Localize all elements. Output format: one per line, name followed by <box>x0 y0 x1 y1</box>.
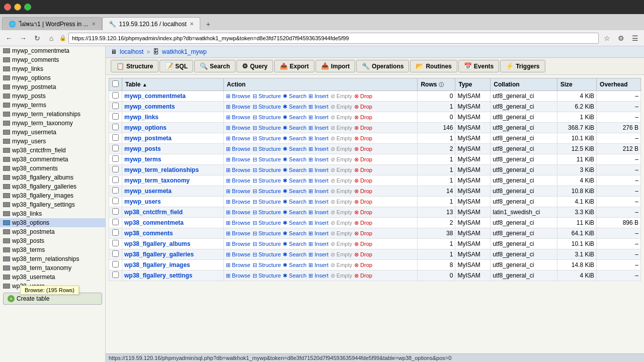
row-checkbox[interactable] <box>112 92 119 99</box>
action-drop-mywp_term_taxonomy[interactable]: ⊗ Drop <box>354 177 372 184</box>
action-structure-mywp_commentmeta[interactable]: ⊟ Structure <box>253 93 281 100</box>
action-insert-mywp_comments[interactable]: ⊞ Insert <box>308 104 329 110</box>
minimize-btn[interactable] <box>14 4 21 11</box>
table-name-link[interactable]: mywp_term_relationships <box>124 166 199 173</box>
action-empty-mywp_posts[interactable]: ⊘ Empty <box>331 146 352 152</box>
table-name-link[interactable]: mywp_term_taxonomy <box>124 177 190 184</box>
row-checkbox[interactable] <box>112 113 119 120</box>
tab-query[interactable]: ⚙Query <box>236 60 273 72</box>
sidebar-item-wp38_term_relationships[interactable]: wp38_term_relationships <box>0 254 105 263</box>
action-structure-mywp_comments[interactable]: ⊟ Structure <box>253 104 281 110</box>
row-checkbox[interactable] <box>112 261 119 267</box>
tab-phpmyadmin[interactable]: 🔧 119.59.120.16 / localhost ✕ <box>102 17 200 30</box>
action-drop-mywp_usermeta[interactable]: ⊗ Drop <box>354 188 372 195</box>
action-empty-mywp_links[interactable]: ⊘ Empty <box>331 114 352 121</box>
row-checkbox[interactable] <box>112 166 119 172</box>
action-browse-wp38_cntctfrm_field[interactable]: ⊞ Browse <box>226 209 251 216</box>
action-browse-mywp_postmeta[interactable]: ⊞ Browse <box>226 135 251 142</box>
action-drop-wp38_flgallery_albums[interactable]: ⊗ Drop <box>354 241 372 247</box>
action-search-mywp_terms[interactable]: ✱ Search <box>283 156 306 163</box>
action-browse-mywp_terms[interactable]: ⊞ Browse <box>226 156 251 163</box>
table-name-link[interactable]: wp38_flgallery_albums <box>124 240 190 247</box>
action-search-mywp_comments[interactable]: ✱ Search <box>283 104 306 110</box>
action-insert-wp38_flgallery_images[interactable]: ⊞ Insert <box>308 262 329 268</box>
sidebar-item-wp38_cntctfrm_field[interactable]: wp38_cntctfrm_field <box>0 146 105 155</box>
action-empty-wp38_flgallery_images[interactable]: ⊘ Empty <box>331 262 352 268</box>
table-name-link[interactable]: wp38_cntctfrm_field <box>124 209 183 216</box>
bookmark-button[interactable]: ☆ <box>601 32 613 44</box>
new-tab-button[interactable]: + <box>202 18 214 30</box>
action-empty-mywp_terms[interactable]: ⊘ Empty <box>331 156 352 163</box>
action-structure-wp38_comments[interactable]: ⊟ Structure <box>253 230 281 237</box>
table-name-link[interactable]: mywp_users <box>124 198 161 205</box>
action-search-wp38_flgallery_settings[interactable]: ✱ Search <box>283 273 306 279</box>
table-name-link[interactable]: mywp_links <box>124 114 158 121</box>
refresh-button[interactable]: ↻ <box>31 32 43 44</box>
action-search-mywp_term_relationships[interactable]: ✱ Search <box>283 167 306 173</box>
tab-export[interactable]: 📤Export <box>274 60 314 72</box>
sidebar-item-wp38_term_taxonomy[interactable]: wp38_term_taxonomy <box>0 263 105 273</box>
action-browse-wp38_flgallery_galleries[interactable]: ⊞ Browse <box>226 251 251 258</box>
breadcrumb-database[interactable]: watkhok1_mywp <box>162 48 207 55</box>
sidebar-item-mywp_options[interactable]: mywp_options <box>0 73 105 82</box>
sidebar-item-wp38_flgallery_images[interactable]: wp38_flgallery_images <box>0 191 105 200</box>
sidebar-item-wp38_flgallery_galleries[interactable]: wp38_flgallery_galleries <box>0 182 105 191</box>
row-checkbox[interactable] <box>112 155 119 162</box>
action-insert-mywp_usermeta[interactable]: ⊞ Insert <box>308 188 329 195</box>
row-checkbox[interactable] <box>112 219 119 225</box>
action-insert-wp38_comments[interactable]: ⊞ Insert <box>308 230 329 237</box>
sidebar-item-wp38_options[interactable]: wp38_options <box>0 218 105 227</box>
action-browse-mywp_term_relationships[interactable]: ⊞ Browse <box>226 167 251 173</box>
action-empty-wp38_cntctfrm_field[interactable]: ⊘ Empty <box>331 209 352 216</box>
table-name-link[interactable]: mywp_options <box>124 124 167 131</box>
action-drop-mywp_terms[interactable]: ⊗ Drop <box>354 156 372 163</box>
action-drop-mywp_options[interactable]: ⊗ Drop <box>354 125 372 131</box>
action-insert-mywp_postmeta[interactable]: ⊞ Insert <box>308 135 329 142</box>
action-drop-mywp_links[interactable]: ⊗ Drop <box>354 114 372 121</box>
action-structure-wp38_commentmeta[interactable]: ⊟ Structure <box>253 220 281 226</box>
action-structure-mywp_term_relationships[interactable]: ⊟ Structure <box>253 167 281 173</box>
action-browse-mywp_users[interactable]: ⊞ Browse <box>226 199 251 205</box>
action-browse-wp38_commentmeta[interactable]: ⊞ Browse <box>226 220 251 226</box>
sidebar-item-wp38_posts[interactable]: wp38_posts <box>0 236 105 245</box>
table-name-link[interactable]: mywp_posts <box>124 145 161 152</box>
action-browse-mywp_links[interactable]: ⊞ Browse <box>226 114 251 121</box>
action-drop-wp38_flgallery_settings[interactable]: ⊗ Drop <box>354 273 372 279</box>
sidebar-item-mywp_terms[interactable]: mywp_terms <box>0 101 105 110</box>
sidebar-item-mywp_posts[interactable]: mywp_posts <box>0 92 105 101</box>
tab-routines[interactable]: 📂Routines <box>410 60 457 72</box>
table-name-link[interactable]: wp38_comments <box>124 230 173 237</box>
action-structure-wp38_flgallery_settings[interactable]: ⊟ Structure <box>253 273 281 279</box>
action-structure-mywp_users[interactable]: ⊟ Structure <box>253 199 281 205</box>
close-btn[interactable] <box>4 4 11 11</box>
action-insert-mywp_terms[interactable]: ⊞ Insert <box>308 156 329 163</box>
action-structure-mywp_options[interactable]: ⊟ Structure <box>253 125 281 131</box>
menu-button[interactable]: ☰ <box>629 32 641 44</box>
row-checkbox[interactable] <box>112 240 119 246</box>
action-empty-wp38_flgallery_settings[interactable]: ⊘ Empty <box>331 273 352 279</box>
action-search-mywp_options[interactable]: ✱ Search <box>283 125 306 131</box>
sidebar-item-mywp_comments[interactable]: mywp_comments <box>0 55 105 64</box>
tab-triggers[interactable]: ⚡Triggers <box>500 60 545 72</box>
row-checkbox[interactable] <box>112 198 119 204</box>
action-insert-wp38_flgallery_settings[interactable]: ⊞ Insert <box>308 273 329 279</box>
action-drop-mywp_comments[interactable]: ⊗ Drop <box>354 104 372 110</box>
action-search-mywp_links[interactable]: ✱ Search <box>283 114 306 121</box>
sidebar-item-wp38_terms[interactable]: wp38_terms <box>0 245 105 254</box>
breadcrumb-server[interactable]: localhost <box>120 48 143 55</box>
action-insert-mywp_posts[interactable]: ⊞ Insert <box>308 146 329 152</box>
action-insert-wp38_cntctfrm_field[interactable]: ⊞ Insert <box>308 209 329 216</box>
row-checkbox[interactable] <box>112 187 119 194</box>
action-empty-wp38_commentmeta[interactable]: ⊘ Empty <box>331 220 352 226</box>
action-search-mywp_posts[interactable]: ✱ Search <box>283 146 306 152</box>
action-search-mywp_commentmeta[interactable]: ✱ Search <box>283 93 306 100</box>
action-empty-wp38_flgallery_albums[interactable]: ⊘ Empty <box>331 241 352 247</box>
action-structure-wp38_flgallery_albums[interactable]: ⊟ Structure <box>253 241 281 247</box>
action-search-mywp_postmeta[interactable]: ✱ Search <box>283 135 306 142</box>
header-table[interactable]: Table ▲ <box>122 78 224 91</box>
action-search-wp38_commentmeta[interactable]: ✱ Search <box>283 220 306 226</box>
action-browse-mywp_usermeta[interactable]: ⊞ Browse <box>226 188 251 195</box>
action-empty-mywp_comments[interactable]: ⊘ Empty <box>331 104 352 110</box>
tab-search[interactable]: 🔍Search <box>194 60 235 72</box>
action-structure-mywp_terms[interactable]: ⊟ Structure <box>253 156 281 163</box>
